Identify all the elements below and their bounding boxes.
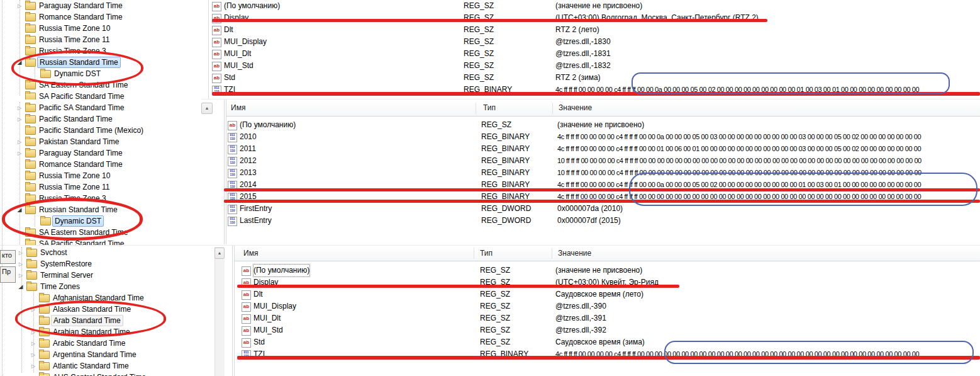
value-name: (По умолчанию)	[253, 265, 309, 276]
string-value-icon: ab	[242, 290, 251, 300]
registry-row[interactable]: abMUI_DisplayREG_SZ@tzres.dll,-1830	[0, 36, 980, 48]
registry-row[interactable]: ab(По умолчанию)REG_SZ(значение не присв…	[0, 265, 980, 276]
background-window-fragment: кто	[0, 250, 16, 264]
value-data: @tzres.dll,-1830	[555, 36, 980, 48]
string-value-icon: ab	[242, 314, 251, 324]
value-type: REG_SZ	[481, 119, 511, 131]
collapsed-arrow-icon[interactable]: ▷	[29, 363, 38, 369]
value-type: REG_SZ	[464, 24, 494, 36]
column-separator	[552, 248, 552, 259]
collapsed-arrow-icon[interactable]: ▷	[16, 250, 25, 256]
value-data: @tzres.dll,-1832	[555, 60, 980, 72]
value-data: 10 ff ff ff 00 00 00 00 c4 ff ff ff 00 0…	[557, 155, 980, 167]
column-separator	[476, 103, 476, 114]
binary-value-icon: 011110	[228, 205, 237, 214]
blue-ellipse-tzi-top	[632, 72, 950, 94]
value-name: 2011	[240, 143, 256, 155]
value-data: (значение не присвоено)	[557, 119, 980, 131]
registry-row[interactable]: abDltREG_SZСаудовское время (лето)	[0, 288, 980, 300]
value-name: 2013	[240, 167, 257, 179]
screenshot-seam-2	[0, 245, 980, 246]
binary-value-icon: 011110	[228, 169, 237, 178]
value-type: REG_BINARY	[481, 167, 530, 179]
registry-row[interactable]: 011110LastEntryREG_DWORD0x000007df (2015…	[0, 215, 980, 227]
value-type: REG_SZ	[464, 60, 494, 72]
scroll-up-button[interactable]: ▲	[201, 103, 213, 114]
binary-value-icon: 011110	[228, 133, 237, 142]
binary-value-icon: 011110	[228, 145, 237, 154]
column-header-type[interactable]: Тип	[480, 246, 493, 261]
value-name: Std	[224, 72, 235, 84]
value-type: REG_SZ	[464, 0, 494, 12]
value-type: REG_BINARY	[481, 143, 530, 155]
value-name: (По умолчанию)	[224, 0, 280, 12]
column-separator	[552, 103, 553, 114]
value-name: Dlt	[253, 288, 263, 300]
value-type: REG_DWORD	[481, 215, 531, 227]
column-header-value[interactable]: Значение	[558, 246, 591, 261]
value-name: LastEntry	[240, 215, 272, 227]
value-name: Std	[253, 336, 265, 348]
value-type: REG_SZ	[464, 72, 494, 84]
tree-item[interactable]: AUS Central Standard Time	[29, 372, 148, 376]
value-data: 0x000007df (2015)	[557, 215, 980, 227]
value-data: 4c ff ff ff 00 00 00 00 c4 ff ff ff 00 0…	[557, 131, 980, 143]
value-data: @tzres.dll,-392	[555, 324, 980, 336]
value-data: 4c ff ff ff 00 00 00 00 c4 ff ff ff 00 0…	[557, 143, 980, 155]
string-value-icon: ab	[228, 121, 237, 130]
column-header-middle[interactable]: Имя Тип Значение	[226, 101, 980, 117]
registry-row[interactable]: abMUI_StdREG_SZ@tzres.dll,-1832	[0, 60, 980, 72]
registry-row[interactable]: abDltREG_SZRTZ 2 (лето)	[0, 24, 980, 36]
value-name: MUI_Std	[253, 324, 283, 336]
tree-item[interactable]: ▷Atlantic Standard Time	[29, 360, 131, 372]
value-type: REG_SZ	[480, 300, 510, 312]
registry-row[interactable]: abDisplayREG_SZ(UTC+03:00) Волгоград, Мо…	[0, 12, 980, 24]
tree-scrollbar[interactable]	[214, 247, 225, 376]
value-data: RTZ 2 (лето)	[555, 24, 980, 36]
string-value-icon: ab	[212, 74, 221, 83]
value-data: @tzres.dll,-391	[555, 312, 980, 324]
column-header-type[interactable]: Тип	[483, 101, 496, 115]
string-value-icon: ab	[212, 38, 221, 47]
value-name: MUI_Display	[224, 36, 267, 48]
value-type: REG_SZ	[464, 48, 494, 60]
value-type: REG_SZ	[464, 12, 494, 24]
registry-row[interactable]: 0111102010REG_BINARY4c ff ff ff 00 00 00…	[0, 131, 980, 143]
value-data: @tzres.dll,-1831	[555, 48, 980, 60]
tree-item[interactable]: ▷Pacific SA Standard Time	[15, 102, 126, 113]
red-underline-display-top	[212, 19, 767, 22]
blue-ellipse-tzi-bottom	[664, 341, 974, 364]
scroll-up-button[interactable]: ▲	[214, 248, 225, 259]
registry-row[interactable]: abMUI_DltREG_SZ@tzres.dll,-1831	[0, 48, 980, 60]
value-name: (По умолчанию)	[240, 119, 296, 131]
folder-icon	[39, 373, 50, 376]
value-data: Саудовское время (лето)	[555, 288, 980, 300]
column-header-name[interactable]: Имя	[243, 246, 258, 261]
registry-row[interactable]: 0111102011REG_BINARY4c ff ff ff 00 00 00…	[0, 143, 980, 155]
string-value-icon: ab	[242, 338, 251, 348]
string-value-icon: ab	[242, 266, 251, 276]
tree-item[interactable]: ▷Svchost	[16, 247, 69, 258]
column-header-value[interactable]: Значение	[559, 101, 592, 115]
value-type: REG_SZ	[480, 288, 510, 300]
collapsed-arrow-icon[interactable]: ▷	[15, 105, 24, 111]
string-value-icon: ab	[212, 26, 221, 35]
string-value-icon: ab	[242, 326, 251, 336]
value-name: Display	[224, 12, 248, 24]
value-type: REG_SZ	[480, 265, 510, 276]
value-name: FirstEntry	[240, 203, 272, 215]
registry-row[interactable]: 0111102012REG_BINARY10 ff ff ff 00 00 00…	[0, 155, 980, 167]
value-type: REG_SZ	[464, 36, 494, 48]
red-circle-russian-standard-time-1	[11, 50, 143, 86]
value-name: 2012	[240, 155, 257, 167]
column-header-name[interactable]: Имя	[231, 101, 245, 115]
column-header-bottom[interactable]: Имя Тип Значение	[235, 246, 980, 261]
blue-ellipse-2014-2015	[629, 173, 977, 206]
value-name: MUI_Std	[224, 60, 253, 72]
value-type: REG_DWORD	[481, 203, 531, 215]
red-underline-display-bottom	[237, 285, 679, 288]
registry-row[interactable]: ab(По умолчанию)REG_SZ(значение не присв…	[0, 0, 980, 12]
value-name: 2010	[240, 131, 257, 143]
registry-row[interactable]: ab(По умолчанию)REG_SZ(значение не присв…	[0, 119, 980, 131]
value-name: MUI_Dlt	[253, 312, 281, 324]
